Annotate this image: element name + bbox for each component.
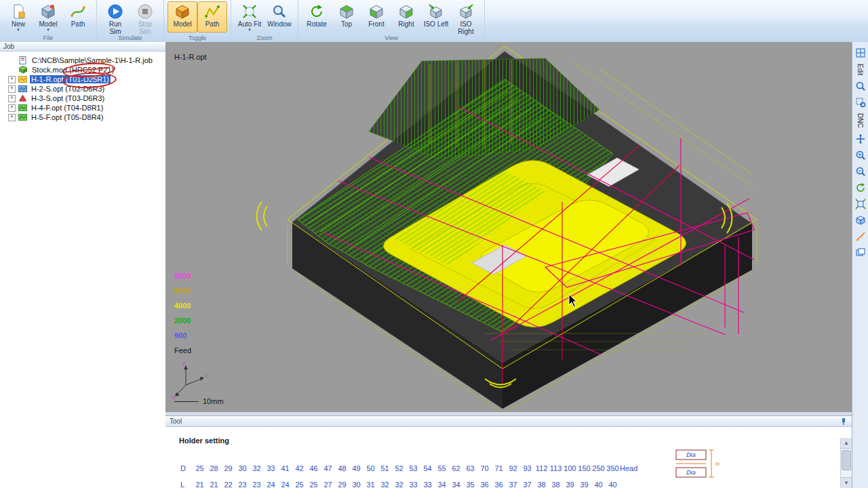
toggle-path-label: Path — [205, 20, 220, 28]
table-cell: 92 — [506, 464, 520, 472]
tool-panel-scrollbar[interactable] — [840, 438, 852, 488]
table-cell: 22 — [221, 481, 235, 488]
top-view-button[interactable]: Top — [332, 1, 361, 33]
scale-bar: 10mm — [174, 397, 224, 405]
expand-plus-icon[interactable] — [8, 95, 16, 102]
dnc-tab[interactable]: DNC — [856, 113, 864, 128]
axis-triad: Z Y X — [171, 359, 212, 400]
table-cell: 70 — [477, 464, 492, 472]
measure-icon[interactable] — [855, 231, 866, 242]
rotate-view-icon[interactable] — [855, 182, 866, 193]
table-cell: 21 — [207, 481, 221, 488]
zoom-window-icon — [271, 3, 288, 20]
feed-value: 900 — [174, 328, 191, 343]
run-sim-button[interactable]: Run Sim — [100, 1, 130, 33]
right-view-button[interactable]: Right — [391, 1, 421, 33]
auto-fit-button[interactable]: Auto Fit — [235, 1, 264, 33]
dropdown-arrow-icon — [248, 28, 251, 32]
table-cell: 38 — [549, 481, 563, 488]
model-button[interactable]: Model — [33, 1, 63, 33]
toggle-path-icon — [204, 3, 220, 20]
holder-diagram: Dia Dia H — [664, 446, 745, 487]
ribbon: New Model Path File Run Sim Stop Sim — [0, 0, 868, 43]
viewport[interactable]: H-1-R.opt 9000 8000 4000 2000 900 Feed Z… — [165, 42, 852, 412]
ribbon-group-label-simulate: Simulate — [97, 35, 163, 41]
table-cell: 49 — [349, 464, 363, 472]
table-cell: 29 — [221, 464, 235, 472]
tree-item-h1r[interactable]: H-1-R.opt (T01-D25R1) — [0, 75, 165, 84]
pin-icon[interactable] — [840, 418, 848, 426]
toggle-model-button[interactable]: Model — [167, 1, 197, 33]
zoom-out-icon[interactable] — [855, 166, 866, 177]
svg-text:Y: Y — [205, 373, 209, 380]
table-cell: 23 — [235, 481, 250, 488]
tree-item-label: H-4-F.opt (T04-D8R1) — [30, 104, 104, 112]
tree-item-stock[interactable]: Stock.mod (HRC52 P21) — [0, 65, 165, 75]
table-cell: 40 — [591, 481, 606, 488]
tool-panel-content: Holder setting D 25282930323341424647484… — [165, 427, 852, 488]
iso-left-icon — [428, 3, 444, 20]
front-view-button[interactable]: Front — [361, 1, 391, 33]
scroll-up-button[interactable] — [841, 438, 852, 449]
iso-left-label: ISO Left — [424, 20, 449, 28]
stop-sim-button[interactable]: Stop Sim — [130, 1, 160, 33]
toggle-path-button[interactable]: Path — [197, 1, 227, 33]
cube-icon[interactable] — [855, 215, 866, 226]
tree-item-h2s[interactable]: H-2-S.opt (T02-D6R3) — [0, 84, 165, 94]
scale-label: 10mm — [203, 397, 224, 405]
svg-text:Dia: Dia — [686, 451, 696, 458]
path-button[interactable]: Path — [63, 1, 93, 33]
table-cell: 62 — [449, 464, 463, 472]
iso-right-button[interactable]: ISO Right — [451, 1, 481, 33]
magnifier-icon[interactable] — [855, 81, 866, 92]
table-cell: 32 — [250, 464, 264, 472]
table-cell: 35 — [463, 481, 477, 488]
fit-view-icon[interactable] — [855, 199, 866, 209]
ribbon-group-label-zoom: Zoom — [231, 35, 298, 41]
ribbon-group-label-file: File — [0, 35, 96, 41]
zoom-window-label: Window — [267, 20, 292, 28]
layers-icon[interactable] — [855, 247, 866, 258]
viewport-canvas[interactable] — [165, 42, 852, 412]
zoom-window-icon[interactable] — [855, 97, 866, 108]
expand-plus-icon[interactable] — [8, 104, 16, 112]
zoom-window-button[interactable]: Window — [264, 1, 294, 33]
table-cell: 112 — [534, 464, 549, 472]
dropdown-arrow-icon — [17, 28, 20, 32]
grid-icon[interactable] — [855, 47, 866, 58]
stop-sim-icon — [137, 3, 153, 20]
pan-icon[interactable] — [855, 134, 866, 144]
scroll-down-button[interactable] — [841, 477, 852, 488]
tree-item-label: H-1-R.opt (T01-D25R1) — [30, 75, 111, 83]
new-button[interactable]: New — [3, 1, 33, 33]
model-icon — [40, 3, 56, 20]
iso-left-button[interactable]: ISO Left — [421, 1, 451, 33]
tree-item-h4f[interactable]: H-4-F.opt (T04-D8R1) — [0, 103, 165, 113]
tree-item-label: H-3-S.opt (T03-D6R3) — [30, 94, 106, 102]
expand-plus-icon[interactable] — [8, 114, 16, 121]
new-icon — [10, 3, 26, 20]
edit-tab[interactable]: Edit — [856, 64, 864, 75]
table-cell: 113 — [549, 464, 563, 472]
ribbon-group-toggle: Model Path Toggle — [164, 0, 231, 42]
zoom-in-icon[interactable] — [855, 150, 866, 161]
scroll-thumb[interactable] — [842, 450, 851, 470]
dropdown-arrow-icon — [47, 28, 50, 32]
table-cell: 250 — [591, 464, 606, 472]
svg-text:Z: Z — [182, 361, 186, 367]
expand-plus-icon[interactable] — [8, 85, 16, 93]
table-cell: 51 — [378, 464, 392, 472]
auto-fit-icon — [241, 3, 258, 20]
rotate-button[interactable]: Rotate — [302, 1, 332, 33]
expand-plus-icon[interactable] — [8, 76, 16, 83]
table-cell: 33 — [420, 481, 435, 488]
table-cell: 25 — [292, 481, 307, 488]
tree-item-h3s[interactable]: H-3-S.opt (T03-D6R3) — [0, 94, 165, 103]
tree-item-job-file[interactable]: C:\NCB\Sample\Sample-1\H-1-R.job — [0, 56, 165, 65]
table-cell: 150 — [577, 464, 591, 472]
table-cell: 52 — [392, 464, 406, 472]
job-file-icon — [19, 56, 28, 64]
ribbon-group-file: New Model Path File — [0, 0, 97, 42]
toggle-model-label: Model — [173, 20, 191, 28]
tree-item-h5f[interactable]: H-5-F.opt (T05-D8R4) — [0, 113, 165, 122]
